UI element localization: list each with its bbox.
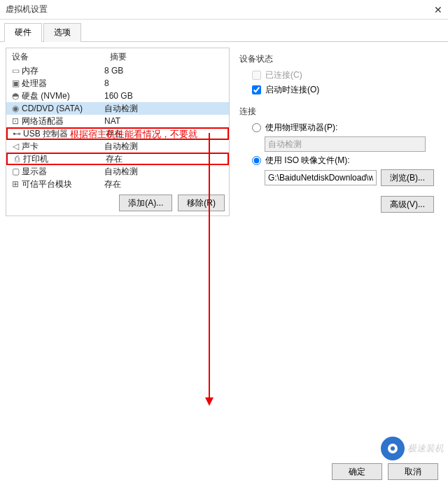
memory-icon: ▭ [9,66,22,76]
dialog-buttons: 确定 取消 [332,463,438,480]
window-title: 虚拟机设置 [6,3,414,15]
annotation-text: 根据宿主机性能看情况，不要就 [70,128,197,141]
device-row-network[interactable]: ⊡ 网络适配器 NAT [6,115,229,127]
poweron-label: 启动时连接(O) [265,84,319,96]
tpm-icon: ⊞ [9,179,22,189]
device-buttons: 添加(A)... 移除(R) [6,190,229,216]
physical-select-row: 自动检测 [265,136,438,152]
use-iso-label: 使用 ISO 映像文件(M): [265,155,350,167]
device-row-tpm[interactable]: ⊞ 可信平台模块 存在 [6,178,229,190]
device-list-header: 设备 摘要 [6,48,229,64]
use-iso-radio[interactable] [252,156,261,165]
sound-icon: ◁ [9,141,22,151]
physical-drive-row: 使用物理驱动器(P): [252,122,438,134]
use-physical-label: 使用物理驱动器(P): [265,122,337,134]
watermark: 极速装机 [381,437,444,460]
advanced-button[interactable]: 高级(V)... [381,196,434,213]
content-area: 设备 摘要 ▭ 内存 8 GB ▣ 处理器 8 ◓ 硬盘 (NVMe) 160 … [0,42,448,222]
cpu-icon: ▣ [9,78,22,88]
network-icon: ⊡ [9,116,22,126]
annotation-arrow [209,133,210,404]
header-summary: 摘要 [110,51,127,63]
close-icon[interactable]: ✕ [414,4,442,15]
device-status-heading: 设备状态 [239,53,438,65]
device-row-sound[interactable]: ◁ 声卡 自动检测 [6,140,229,153]
connect-at-poweron-checkbox[interactable] [252,85,261,94]
watermark-text: 极速装机 [407,442,444,455]
device-row-hdd[interactable]: ◓ 硬盘 (NVMe) 160 GB [6,90,229,102]
connected-checkbox [252,71,261,80]
header-device: 设备 [12,51,110,63]
tab-strip: 硬件 选项 [0,20,448,42]
settings-panel: 设备状态 已连接(C) 启动时连接(O) 连接 使用物理驱动器(P): 自动检测… [235,48,442,216]
device-row-display[interactable]: ▢ 显示器 自动检测 [6,165,229,178]
device-row-memory[interactable]: ▭ 内存 8 GB [6,64,229,77]
device-row-cpu[interactable]: ▣ 处理器 8 [6,77,229,90]
iso-path-row: 浏览(B)... [265,169,438,186]
connected-row: 已连接(C) [252,69,438,81]
disc-icon: ◉ [9,104,22,113]
cancel-button[interactable]: 取消 [388,463,438,480]
iso-row: 使用 ISO 映像文件(M): [252,155,438,167]
tab-options[interactable]: 选项 [43,23,81,42]
device-list: ▭ 内存 8 GB ▣ 处理器 8 ◓ 硬盘 (NVMe) 160 GB ◉ C… [6,64,229,190]
poweron-row: 启动时连接(O) [252,84,438,96]
remove-device-button[interactable]: 移除(R) [178,195,225,211]
ok-button[interactable]: 确定 [332,463,382,480]
advanced-row: 高级(V)... [239,196,438,213]
titlebar: 虚拟机设置 ✕ [0,0,448,20]
device-row-cddvd[interactable]: ◉ CD/DVD (SATA) 自动检测 [6,102,229,115]
usb-icon: ⊷ [10,129,23,139]
watermark-logo-icon [381,437,405,460]
tab-hardware[interactable]: 硬件 [4,23,42,42]
hdd-icon: ◓ [9,91,22,101]
device-row-printer[interactable]: ⎙ 打印机 存在 [6,153,229,165]
browse-button[interactable]: 浏览(B)... [381,169,434,186]
use-physical-radio[interactable] [252,123,261,132]
printer-icon: ⎙ [10,154,23,164]
physical-drive-select: 自动检测 [265,136,426,152]
connected-label: 已连接(C) [265,69,302,81]
connection-heading: 连接 [239,106,438,118]
iso-path-input[interactable] [265,170,377,185]
add-device-button[interactable]: 添加(A)... [119,195,172,211]
display-icon: ▢ [9,167,22,176]
